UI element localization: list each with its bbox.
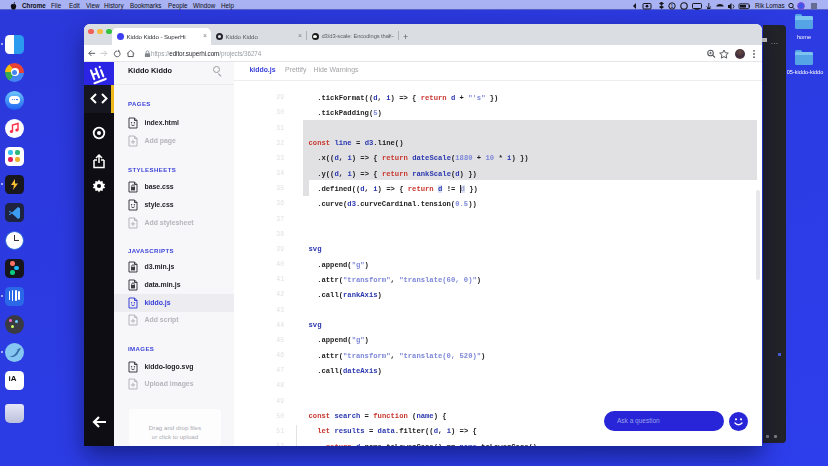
svg-text:Rik Lomas: Rik Lomas — [755, 2, 785, 9]
svg-text:1: 1 — [671, 3, 674, 9]
